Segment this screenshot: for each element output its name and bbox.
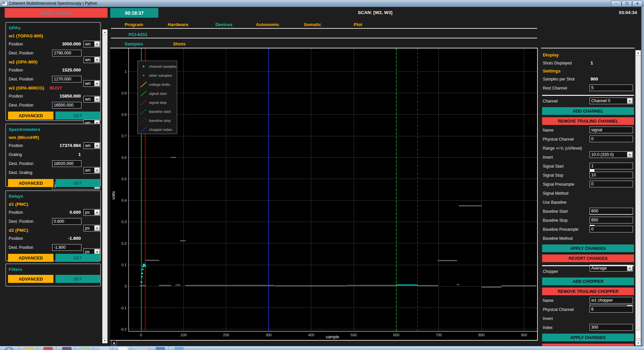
left-scrollbar-up-icon[interactable]: ▲ [102,29,108,35]
set-button[interactable]: SET [55,112,100,120]
name-input[interactable]: w1 chopper [590,297,633,304]
shutdown-button[interactable]: SHUT DOWN [5,8,108,18]
dest-position-input[interactable]: 1270.000 [52,76,82,82]
signal-start-input[interactable]: 1 [590,163,633,169]
taskbar-purple-app-icon[interactable] [62,347,71,350]
plot-autorange-button[interactable]: A [111,340,117,346]
right-scrollbar[interactable] [635,50,641,346]
position-value: 1 [26,152,81,157]
data-point [141,273,143,274]
range-v-uv-level--select[interactable]: 10.0 (320.0)▼ [590,151,633,158]
tab-samples[interactable]: Samples [125,41,143,46]
taskbar-start-orb-icon[interactable] [5,347,13,350]
device-name-label: w2 (OPA-800) [9,59,37,64]
units-select[interactable]: wn▼ [84,142,100,149]
advanced-button[interactable]: ADVANCED [8,112,53,120]
shots-plot-container: 10.90.80.70.60.50.40.30.20.10-0.1-0.2010… [110,48,538,341]
taskbar-gray-app-2-icon[interactable] [137,347,146,350]
signal-presample-input[interactable]: 0 [590,181,633,187]
advanced-button[interactable]: ADVANCED [8,254,53,262]
field-label: Position [9,42,23,46]
chevron-down-icon[interactable]: ▼ [627,266,632,271]
device-name: d1 (PMC) [9,201,28,207]
legend-label: voltage limits [149,82,170,86]
left-scrollbar-down-icon[interactable]: ▼ [102,338,108,343]
taskbar-green-app-icon[interactable] [81,347,90,350]
index-input[interactable]: 300 [590,324,633,331]
units-select[interactable]: ps▼ [84,225,100,231]
device-tab-pci6251[interactable]: PCI-6251 [129,32,148,37]
units-select[interactable]: wn▼ [84,167,100,174]
menu-item-somatic[interactable]: Somatic [304,22,321,27]
add-channel-button[interactable]: ADD CHANNEL [542,107,634,115]
remove-trailing-channel-button[interactable]: REMOVE TRAILING CHANNEL [542,117,634,125]
signal-stop-input[interactable]: 10 [590,172,633,178]
set-button[interactable]: SET [55,254,100,262]
advanced-button[interactable]: ADVANCED [8,275,53,283]
right-scrollbar-up-icon[interactable]: ▲ [635,50,641,55]
tab-shots[interactable]: Shots [173,41,186,46]
advanced-button[interactable]: ADVANCED [8,179,53,187]
right-scrollbar-thumb[interactable] [635,330,641,339]
taskbar-blue-app-2-icon[interactable] [174,347,184,350]
units-select[interactable]: wn▼ [84,56,100,63]
chevron-down-icon[interactable]: ▼ [94,210,100,215]
group-title: Spectrometers [9,127,40,132]
taskbar-white-app-icon[interactable] [118,347,128,350]
shots-plot[interactable]: 10.90.80.70.60.50.40.30.20.10-0.1-0.2010… [110,48,537,340]
chevron-down-icon[interactable]: ▼ [94,41,100,47]
runtime-timer: 00:18:37 [110,8,158,18]
chevron-down-icon[interactable]: ▼ [94,143,100,148]
taskbar-gray-app-icon[interactable] [100,347,109,350]
minimize-button[interactable]: ─ [611,1,621,7]
set-button[interactable]: SET [55,179,100,187]
menu-item-program[interactable]: Program [125,22,143,27]
close-button[interactable]: ✕ [632,1,643,7]
legend-label: baseline stop [149,119,171,123]
add-chopper-button[interactable]: ADD CHOPPER [542,278,634,285]
apply-changes-button[interactable]: APPLY CHANGES [542,244,634,252]
channel-select[interactable]: Channel 0▼ [590,98,633,104]
chevron-down-icon[interactable]: ▼ [627,98,632,104]
baseline-stop-input[interactable]: 650 [590,217,633,223]
restore-button[interactable]: ❐ [622,1,632,7]
chevron-down-icon[interactable]: ▼ [94,225,100,231]
chevron-down-icon[interactable]: ▼ [94,168,100,173]
left-scrollbar[interactable] [102,29,108,343]
chevron-down-icon[interactable]: ▼ [94,81,100,86]
units-select[interactable]: wn▼ [84,96,100,103]
rest-channel-input[interactable]: 5 [590,84,633,91]
dest-position-input[interactable]: 0.600 [52,218,82,225]
taskbar-red-app-icon[interactable] [43,347,53,350]
svg-text:900: 900 [521,333,527,337]
dest-position-input[interactable]: 18020.000 [52,160,82,167]
chevron-down-icon[interactable]: ▼ [94,57,100,62]
baseline-start-input[interactable]: 600 [590,208,633,214]
setting-label: Use Baseline [543,200,567,205]
setting-label: Index [543,325,552,330]
taskbar-folder-app-icon[interactable] [25,347,34,350]
dest-position-input[interactable]: 16500.000 [52,102,82,109]
remove-trailing-chopper-button[interactable]: REMOVE TRAILING CHOPPER [542,288,634,295]
units-select[interactable]: ps▼ [84,209,100,216]
menu-item-hardware[interactable]: Hardware [168,22,188,27]
right-scrollbar-down-icon[interactable]: ▼ [635,340,641,346]
menu-item-autonomic[interactable]: Autonomic [256,22,280,27]
units-select[interactable]: wn▼ [84,80,100,87]
physical-channel-input[interactable]: 0 [590,136,633,142]
revert-changes-button[interactable]: REVERT CHANGES [542,254,634,262]
revert-changes-button[interactable]: REVERT CHANGES [542,344,634,346]
menu-item-plot[interactable]: Plot [354,22,362,27]
baseline-presample-input[interactable]: 0 [590,226,633,232]
taskbar-blue-app-icon[interactable] [156,347,165,350]
physical-channel-input[interactable]: 6 [590,306,633,313]
dest-position-input[interactable]: 2790.000 [52,50,82,56]
chevron-down-icon[interactable]: ▼ [627,152,632,157]
name-input[interactable]: signal [590,127,633,133]
menu-item-devices[interactable]: Devices [215,22,232,27]
apply-changes-button[interactable]: APPLY CHANGES [542,334,634,341]
chevron-down-icon[interactable]: ▼ [94,97,100,102]
set-button[interactable]: SET [55,275,100,283]
units-select[interactable]: wn▼ [84,41,100,47]
dest-position-input[interactable]: -1.800 [52,244,82,251]
